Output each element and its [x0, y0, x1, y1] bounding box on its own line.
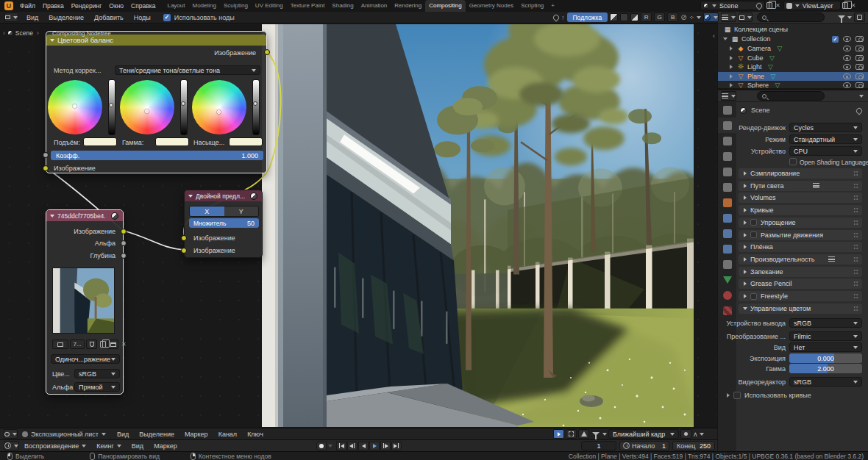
- disclosure-triangle[interactable]: [730, 83, 733, 87]
- properties-section[interactable]: ✓ Размытие движения: [739, 230, 862, 240]
- editor-menu[interactable]: Выделение: [134, 431, 179, 438]
- section-checkbox[interactable]: ✓: [750, 219, 757, 226]
- play-reverse-button[interactable]: [358, 442, 369, 450]
- workspace-tab[interactable]: Sculpting: [220, 0, 252, 12]
- collapse-icon[interactable]: [50, 215, 54, 218]
- image-name-field[interactable]: 7...: [70, 339, 85, 349]
- camera-visibility-icon[interactable]: [855, 73, 864, 79]
- properties-tab[interactable]: [718, 287, 736, 303]
- curves-disclosure[interactable]: [727, 393, 730, 398]
- sequencer-dropdown[interactable]: sRGB: [789, 377, 862, 387]
- cursor-tool-icon[interactable]: [553, 429, 564, 439]
- gamma-value-slider[interactable]: [180, 79, 188, 135]
- factor-slider[interactable]: Коэфф.1.000: [51, 151, 263, 160]
- pin-icon[interactable]: [855, 107, 863, 115]
- topbar-menu[interactable]: Окно: [105, 0, 127, 12]
- disclosure-triangle[interactable]: [730, 74, 733, 79]
- scene-selector[interactable]: Scene: [700, 1, 765, 10]
- workspace-tab[interactable]: +: [547, 0, 558, 12]
- new-scene-button[interactable]: [766, 2, 772, 9]
- properties-section[interactable]: ✓ Упрощение: [739, 218, 862, 228]
- lift-color-field[interactable]: [83, 137, 117, 146]
- channel-g-button[interactable]: G: [654, 12, 665, 22]
- image-output-socket[interactable]: [121, 229, 127, 234]
- alpha-output-socket[interactable]: [121, 240, 127, 246]
- properties-tab[interactable]: [718, 272, 736, 287]
- alpha-dropdown[interactable]: Прямой: [74, 382, 120, 392]
- properties-section[interactable]: Плёнка: [739, 242, 862, 252]
- properties-tab[interactable]: [718, 241, 736, 256]
- source-dropdown[interactable]: Одиноч...ражение: [51, 354, 120, 364]
- playback-menu[interactable]: Воспроизведение: [19, 442, 91, 450]
- new-viewlayer-button[interactable]: [842, 2, 848, 9]
- eye-icon[interactable]: [843, 73, 851, 79]
- properties-options-icon[interactable]: [859, 95, 864, 98]
- prev-keyframe-button[interactable]: [347, 442, 357, 450]
- section-checkbox[interactable]: ✓: [750, 293, 757, 300]
- workspace-tab[interactable]: Texture Paint: [287, 0, 329, 12]
- topbar-menu[interactable]: Правка: [39, 0, 68, 12]
- disclosure-triangle[interactable]: [723, 37, 728, 40]
- curves-checkbox[interactable]: ✓: [733, 392, 741, 399]
- topbar-menu[interactable]: Справка: [127, 0, 159, 12]
- editor-type-button[interactable]: [4, 429, 18, 439]
- section-color-management[interactable]: Управление цветом: [739, 303, 862, 314]
- channel-b-button[interactable]: B: [667, 12, 678, 22]
- node-color-balance[interactable]: Compositing Nodetree Цветовой баланс Изо…: [46, 31, 267, 173]
- snap-dropdown[interactable]: Ближайший кадр: [608, 429, 679, 439]
- outliner-search[interactable]: [757, 12, 825, 22]
- properties-section[interactable]: Запекание: [739, 267, 862, 277]
- editor-menu[interactable]: Вид: [127, 442, 149, 450]
- proportional-edit-icon[interactable]: ⊘: [680, 13, 686, 21]
- falloff-icon[interactable]: ∧: [693, 431, 698, 438]
- gain-color-wheel[interactable]: [192, 80, 246, 134]
- editor-menu[interactable]: Добавить: [89, 14, 129, 21]
- record-button[interactable]: [316, 442, 327, 450]
- backdrop-alpha-icon[interactable]: [610, 13, 618, 21]
- jump-to-start-button[interactable]: [336, 442, 346, 450]
- fake-user-button[interactable]: [86, 339, 97, 349]
- outliner-row-collection[interactable]: ▦Collection ✓: [718, 35, 868, 43]
- outliner-settings-icon[interactable]: [854, 12, 865, 22]
- node-header[interactable]: Двойной предл...: [185, 190, 262, 201]
- snapping-icon[interactable]: ⁘: [689, 14, 695, 21]
- properties-section[interactable]: Сэмплирование: [739, 168, 862, 179]
- backdrop-alpha-under-icon[interactable]: [620, 13, 628, 21]
- properties-tab[interactable]: [718, 226, 736, 241]
- image-input-socket-2[interactable]: [181, 248, 187, 254]
- colorspace-dropdown[interactable]: sRGB: [74, 369, 120, 378]
- gain-value-slider[interactable]: [252, 79, 260, 135]
- disclosure-triangle[interactable]: [730, 56, 733, 60]
- backdrop-button[interactable]: Подложка: [567, 12, 608, 22]
- properties-tab[interactable]: [718, 102, 736, 118]
- image-input-socket-1[interactable]: [181, 235, 187, 241]
- current-frame-field[interactable]: 1: [581, 441, 616, 450]
- multiplier-slider[interactable]: Множитель50: [189, 218, 259, 228]
- workspace-tab[interactable]: Layout: [163, 0, 188, 12]
- output-socket[interactable]: [264, 49, 270, 55]
- look-dropdown[interactable]: Нет: [789, 342, 862, 352]
- image-browse-button[interactable]: [52, 339, 68, 349]
- gamma-color-field[interactable]: [155, 137, 189, 146]
- channel-r-button[interactable]: R: [641, 12, 652, 22]
- camera-visibility-icon[interactable]: [855, 46, 864, 51]
- disclosure-triangle[interactable]: [730, 46, 733, 51]
- editor-menu[interactable]: Ключ: [242, 431, 268, 438]
- node-editor-canvas[interactable]: › Scene › Compositing Nodetree Цветовой …: [0, 24, 717, 428]
- device-dropdown[interactable]: CPU: [789, 146, 862, 156]
- use-nodes-checkbox[interactable]: ✓: [163, 14, 171, 21]
- camera-visibility-icon[interactable]: [855, 36, 864, 42]
- gamma-cursor[interactable]: [145, 109, 149, 113]
- filter-icon[interactable]: [838, 15, 845, 19]
- editor-type-button[interactable]: [4, 12, 18, 22]
- outliner-object-row[interactable]: Light: [718, 62, 868, 71]
- gain-color-field[interactable]: [229, 137, 263, 146]
- frame-start-field[interactable]: Начало1: [619, 441, 669, 450]
- workspace-tab[interactable]: Modeling: [188, 0, 219, 12]
- workspace-tab[interactable]: Scripting: [517, 0, 547, 12]
- properties-tab[interactable]: [718, 164, 736, 179]
- editor-menu[interactable]: Маркер: [179, 431, 213, 438]
- editor-menu[interactable]: Канал: [213, 431, 242, 438]
- unlink-button[interactable]: ✕: [120, 341, 128, 348]
- workspace-tab[interactable]: Animation: [357, 0, 391, 12]
